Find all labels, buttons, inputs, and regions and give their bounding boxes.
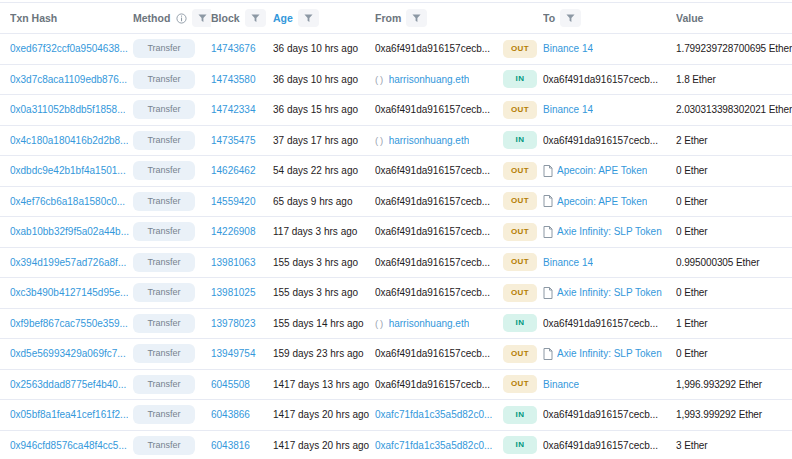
txn-hash-link[interactable]: 0x394d199e57ad726a8f...	[10, 257, 126, 268]
to-filter-button[interactable]	[560, 9, 581, 27]
info-icon[interactable]	[176, 13, 187, 24]
txn-hash-link[interactable]: 0xab10bb32f9f5a02a44b...	[10, 226, 129, 237]
value-text: 1,993.999292 Ether	[676, 409, 762, 420]
txn-hash-cell: 0xab10bb32f9f5a02a44b...	[10, 226, 133, 237]
txn-hash-link[interactable]: 0x2563ddad8775ef4b40...	[10, 379, 126, 390]
block-cell: 6043816	[211, 440, 273, 451]
from-address[interactable]: harrisonhuang.eth	[389, 135, 470, 146]
method-cell: Transfer	[133, 161, 211, 180]
age-filter-button[interactable]	[298, 9, 319, 27]
method-cell: Transfer	[133, 222, 211, 241]
txn-hash-link[interactable]: 0x05bf8a1fea41cef161f2...	[10, 409, 128, 420]
age-cell: 155 days 14 hrs ago	[273, 318, 375, 329]
txn-hash-link[interactable]: 0xd5e56993429a069fc7...	[10, 348, 126, 359]
direction-badge: IN	[503, 436, 537, 454]
block-cell: 6045508	[211, 379, 273, 390]
from-filter-button[interactable]	[406, 9, 427, 27]
block-filter-button[interactable]	[245, 9, 266, 27]
to-address[interactable]: Binance 14	[543, 104, 593, 115]
to-address[interactable]: Apecoin: APE Token	[557, 196, 647, 207]
from-address: 0xa6f491da916157cecb...	[375, 226, 490, 237]
block-link[interactable]: 14226908	[211, 226, 256, 237]
txn-hash-link[interactable]: 0xc3b490b4127145d95e...	[10, 287, 128, 298]
table-row: 0xab10bb32f9f5a02a44b... Transfer 142269…	[0, 217, 792, 248]
table-row: 0x4c180a180416b2d2b8... Transfer 1473547…	[0, 126, 792, 157]
block-link[interactable]: 6043866	[211, 409, 250, 420]
txn-hash-link[interactable]: 0x0a311052b8db5f1858...	[10, 104, 125, 115]
block-link[interactable]: 14743676	[211, 43, 256, 54]
value-text: 1,996.993292 Ether	[676, 379, 762, 390]
block-link[interactable]: 14743580	[211, 74, 256, 85]
age-text: 36 days 15 hrs ago	[273, 104, 358, 115]
txn-hash-link[interactable]: 0xdbdc9e42b1bf4a1501...	[10, 165, 126, 176]
age-cell: 54 days 22 hrs ago	[273, 165, 375, 176]
to-address[interactable]: Binance 14	[543, 257, 593, 268]
to-address[interactable]: Apecoin: APE Token	[557, 165, 647, 176]
to-address[interactable]: Axie Infinity: SLP Token	[557, 226, 662, 237]
to-address: 0xa6f491da916157cecb...	[543, 440, 658, 451]
from-cell: 0xa6f491da916157cecb...	[375, 287, 503, 298]
to-address[interactable]: Binance	[543, 379, 579, 390]
txn-hash-link[interactable]: 0x4ef76cb6a18a1580c0...	[10, 196, 125, 207]
document-icon	[543, 226, 553, 238]
block-link[interactable]: 13949754	[211, 348, 256, 359]
direction-badge: OUT	[503, 223, 537, 241]
method-filter-button[interactable]	[192, 9, 211, 27]
to-address[interactable]: Binance 14	[543, 43, 593, 54]
block-link[interactable]: 14559420	[211, 196, 256, 207]
method-cell: Transfer	[133, 253, 211, 272]
column-header-to: To	[543, 9, 676, 27]
block-link[interactable]: 6045508	[211, 379, 250, 390]
to-cell: Apecoin: APE Token	[543, 195, 676, 207]
from-header-label: From	[375, 12, 401, 24]
to-cell: Axie Infinity: SLP Token	[543, 287, 676, 299]
from-address[interactable]: 0xafc71fda1c35a5d82c0...	[375, 440, 492, 451]
method-badge: Transfer	[133, 100, 195, 119]
age-cell: 1417 days 20 hrs ago	[273, 409, 375, 420]
txn-hash-link[interactable]: 0x4c180a180416b2d2b8...	[10, 135, 128, 146]
block-link[interactable]: 14735475	[211, 135, 256, 146]
direction-badge: OUT	[503, 162, 537, 180]
from-address: 0xa6f491da916157cecb...	[375, 257, 490, 268]
age-header-label[interactable]: Age	[273, 12, 293, 24]
txn-hash-link[interactable]: 0x946cfd8576ca48f4cc5...	[10, 440, 127, 451]
from-address: 0xa6f491da916157cecb...	[375, 196, 490, 207]
to-address[interactable]: Axie Infinity: SLP Token	[557, 287, 662, 298]
table-row: 0x0a311052b8db5f1858... Transfer 1474233…	[0, 95, 792, 126]
value-text: 0.995000305 Ether	[676, 257, 759, 268]
from-address[interactable]: 0xafc71fda1c35a5d82c0...	[375, 409, 492, 420]
transactions-table: Txn Hash Method Block Age From To Value	[0, 2, 792, 459]
method-cell: Transfer	[133, 192, 211, 211]
txn-hash-header-label: Txn Hash	[10, 12, 57, 24]
filter-funnel-icon	[251, 14, 260, 23]
to-cell: 0xa6f491da916157cecb...	[543, 135, 676, 146]
from-cell: 0xa6f491da916157cecb...	[375, 196, 503, 207]
column-header-age[interactable]: Age	[273, 9, 375, 27]
txn-hash-link[interactable]: 0xed67f32ccf0a9504638...	[10, 43, 128, 54]
method-badge: Transfer	[133, 405, 195, 424]
from-cell: 0xa6f491da916157cecb...	[375, 226, 503, 237]
block-link[interactable]: 14742334	[211, 104, 256, 115]
block-cell: 14626462	[211, 165, 273, 176]
from-address[interactable]: harrisonhuang.eth	[389, 74, 470, 85]
block-link[interactable]: 13981025	[211, 287, 256, 298]
age-text: 1417 days 13 hrs ago	[273, 379, 369, 390]
block-link[interactable]: 6043816	[211, 440, 250, 451]
method-badge: Transfer	[133, 131, 195, 150]
to-address[interactable]: Axie Infinity: SLP Token	[557, 348, 662, 359]
block-link[interactable]: 13981063	[211, 257, 256, 268]
from-address[interactable]: harrisonhuang.eth	[389, 318, 470, 329]
age-text: 1417 days 20 hrs ago	[273, 440, 369, 451]
txn-hash-cell: 0xd5e56993429a069fc7...	[10, 348, 133, 359]
to-cell: Binance 14	[543, 104, 676, 115]
table-row: 0x2563ddad8775ef4b40... Transfer 6045508…	[0, 370, 792, 401]
column-header-txn-hash: Txn Hash	[10, 12, 133, 24]
from-cell: 0xa6f491da916157cecb...	[375, 43, 503, 54]
value-cell: 1.799239728700695 Ether	[676, 43, 792, 54]
document-icon	[543, 287, 553, 299]
block-link[interactable]: 13978023	[211, 318, 256, 329]
block-link[interactable]: 14626462	[211, 165, 256, 176]
txn-hash-link[interactable]: 0xf9bef867cac7550e359...	[10, 318, 128, 329]
txn-hash-cell: 0x2563ddad8775ef4b40...	[10, 379, 133, 390]
txn-hash-link[interactable]: 0x3d7c8aca1109edb876...	[10, 74, 127, 85]
